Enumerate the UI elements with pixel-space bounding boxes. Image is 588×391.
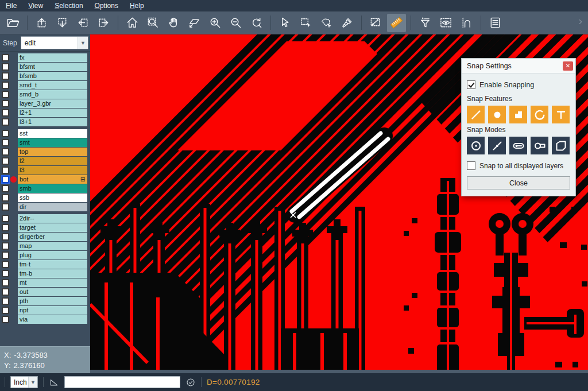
- layer-visibility-checkbox[interactable]: [2, 130, 9, 137]
- layer-row-smd_t[interactable]: smd_t: [0, 81, 90, 90]
- layer-name[interactable]: l2+1: [18, 109, 87, 117]
- layer-name[interactable]: smd_t: [18, 81, 87, 90]
- layer-visibility-checkbox[interactable]: [2, 203, 9, 211]
- layer-row-tm-t[interactable]: tm-t: [0, 260, 90, 269]
- layer-visibility-checkbox[interactable]: [2, 118, 9, 126]
- measure-points-button[interactable]: [366, 14, 385, 32]
- layer-name[interactable]: l3+1: [18, 118, 87, 126]
- select-polygon-button[interactable]: [317, 14, 336, 32]
- layer-visibility-checkbox[interactable]: [2, 224, 9, 231]
- all-layers-checkbox[interactable]: [467, 161, 475, 170]
- layer-visibility-checkbox[interactable]: [2, 157, 9, 165]
- snap-slot-button[interactable]: [509, 137, 527, 154]
- layer-name[interactable]: top: [18, 148, 87, 156]
- zoom-previous-button[interactable]: [247, 14, 266, 32]
- layer-visibility-checkbox[interactable]: [2, 279, 9, 287]
- snap-midpoint-button[interactable]: [488, 137, 506, 154]
- layer-name[interactable]: layer_3.gbr: [18, 99, 87, 108]
- clean-brush-button[interactable]: [338, 14, 357, 32]
- layer-row-sst[interactable]: sst: [0, 129, 90, 138]
- toolbar-overflow-chevron[interactable]: [577, 18, 585, 28]
- snap-center-button[interactable]: [467, 137, 485, 154]
- layer-row-pth[interactable]: pth: [0, 297, 90, 305]
- unit-select[interactable]: Inch ▼: [10, 376, 38, 388]
- layer-visibility-checkbox[interactable]: [2, 176, 9, 183]
- layer-row-l3+1[interactable]: l3+1: [0, 118, 90, 126]
- snap-text-button[interactable]: [552, 106, 570, 123]
- layer-name[interactable]: plug: [18, 251, 87, 260]
- enable-snapping-row[interactable]: Enable Snapping: [467, 80, 570, 89]
- layer-name[interactable]: dir: [18, 203, 87, 211]
- layer-row-bfsmt[interactable]: bfsmt: [0, 63, 90, 71]
- layer-row-fx[interactable]: fx: [0, 53, 90, 62]
- menu-help[interactable]: Help: [130, 2, 144, 10]
- layer-row-l3[interactable]: l3: [0, 166, 90, 175]
- chevron-down-icon[interactable]: ▼: [28, 377, 37, 388]
- layer-name[interactable]: smd_b: [18, 90, 87, 99]
- grid-icon[interactable]: ⊞: [80, 175, 86, 184]
- layer-row-dir[interactable]: dir: [0, 203, 90, 211]
- layer-name[interactable]: ssb: [18, 193, 87, 202]
- layer-visibility-checkbox[interactable]: [2, 72, 9, 80]
- menu-options[interactable]: Options: [95, 2, 118, 10]
- layer-visibility-checkbox[interactable]: [2, 194, 9, 202]
- zoom-in-button[interactable]: [206, 14, 225, 32]
- layer-visibility-checkbox[interactable]: [2, 148, 9, 156]
- layer-visibility-checkbox[interactable]: [2, 242, 9, 250]
- snap-line-button[interactable]: [467, 106, 485, 123]
- layer-row-top[interactable]: top: [0, 148, 90, 156]
- net-trace-button[interactable]: [457, 14, 476, 32]
- layer-name[interactable]: dirgerber: [18, 233, 87, 241]
- snap-surface-button[interactable]: [509, 106, 527, 123]
- layer-name[interactable]: bfsmb: [18, 72, 87, 80]
- layer-row-ssb[interactable]: ssb: [0, 193, 90, 202]
- layer-row-out[interactable]: out: [0, 288, 90, 296]
- layer-name[interactable]: sst: [18, 129, 87, 138]
- layer-name[interactable]: smt: [18, 138, 87, 147]
- zoom-dynamic-button[interactable]: [185, 14, 204, 32]
- layer-visibility-checkbox[interactable]: [2, 82, 9, 89]
- import-down-button[interactable]: [53, 14, 72, 32]
- layer-visibility-checkbox[interactable]: [2, 261, 9, 268]
- select-rect-button[interactable]: [296, 14, 315, 32]
- snap-outline-button[interactable]: [552, 137, 570, 154]
- layer-row-mt[interactable]: mt: [0, 278, 90, 287]
- step-select[interactable]: edit ▼: [21, 36, 88, 49]
- import-left-button[interactable]: [74, 14, 92, 32]
- layer-name[interactable]: fx: [18, 53, 87, 62]
- command-input[interactable]: [64, 376, 180, 388]
- layer-row-npt[interactable]: npt: [0, 306, 90, 315]
- layer-visibility-checkbox[interactable]: [2, 233, 9, 241]
- layer-name[interactable]: 2dir--: [18, 214, 87, 223]
- layer-visibility-checkbox[interactable]: [2, 270, 9, 277]
- menu-file[interactable]: File: [6, 2, 17, 10]
- layer-visibility-checkbox[interactable]: [2, 307, 9, 314]
- dialog-titlebar[interactable]: Snap Settings ✕: [462, 59, 575, 73]
- layer-row-smb[interactable]: smb: [0, 184, 90, 193]
- layer-row-target[interactable]: target: [0, 223, 90, 232]
- layer-name[interactable]: npt: [18, 306, 87, 315]
- home-button[interactable]: [123, 14, 142, 32]
- view-eye-button[interactable]: [436, 14, 455, 32]
- layer-name[interactable]: via: [18, 315, 87, 324]
- layer-name[interactable]: l2: [18, 157, 87, 165]
- import-right-button[interactable]: [94, 14, 113, 32]
- layer-row-dirgerber[interactable]: dirgerber: [0, 233, 90, 241]
- snap-pad-button[interactable]: [488, 106, 506, 123]
- layer-name[interactable]: l3: [18, 166, 87, 175]
- layer-row-l2+1[interactable]: l2+1: [0, 109, 90, 117]
- layer-name[interactable]: map: [18, 242, 87, 250]
- sync-icon[interactable]: [185, 377, 196, 388]
- layer-row-smt[interactable]: smt: [0, 138, 90, 147]
- layer-row-l2[interactable]: l2: [0, 157, 90, 165]
- layer-row-layer_3.gbr[interactable]: layer_3.gbr: [0, 99, 90, 108]
- all-layers-row[interactable]: Snap to all displayed layers: [467, 161, 570, 170]
- layer-name[interactable]: smb: [18, 184, 87, 193]
- snap-arc-button[interactable]: [531, 106, 548, 123]
- layer-name[interactable]: mt: [18, 278, 87, 287]
- layer-visibility-checkbox[interactable]: [2, 139, 9, 146]
- chevron-down-icon[interactable]: ▼: [78, 37, 88, 49]
- layer-visibility-checkbox[interactable]: [2, 251, 9, 259]
- layer-name[interactable]: bot⊞: [18, 175, 87, 184]
- open-folder-button[interactable]: [3, 14, 22, 32]
